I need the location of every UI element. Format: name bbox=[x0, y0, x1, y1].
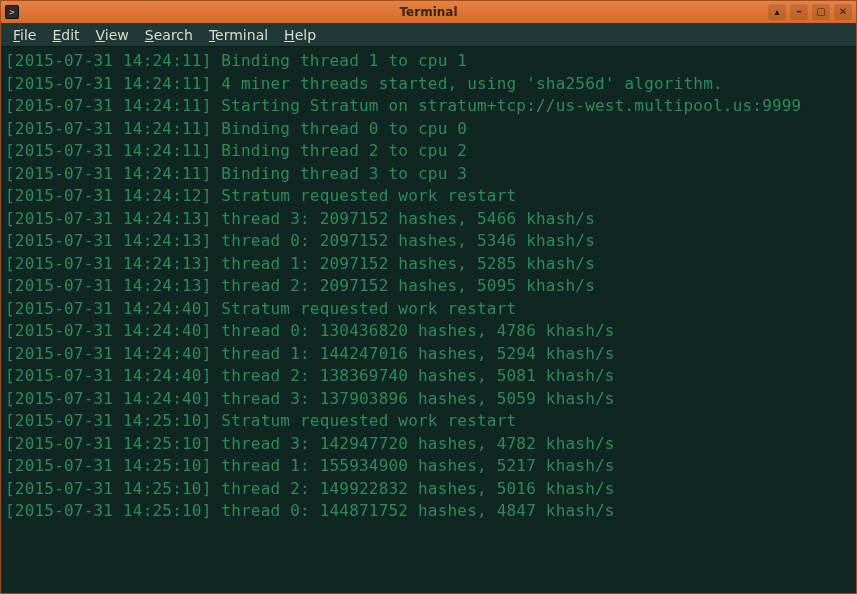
terminal-app-icon bbox=[5, 5, 19, 19]
terminal-output-area[interactable]: [2015-07-31 14:24:11] Binding thread 1 t… bbox=[1, 47, 856, 593]
menu-edit[interactable]: Edit bbox=[46, 25, 85, 45]
minimize-button[interactable]: – bbox=[790, 4, 808, 20]
maximize-button[interactable]: ▢ bbox=[812, 4, 830, 20]
window-title: Terminal bbox=[399, 5, 457, 19]
menu-terminal[interactable]: Terminal bbox=[203, 25, 274, 45]
menu-search[interactable]: Search bbox=[139, 25, 199, 45]
menu-help[interactable]: Help bbox=[278, 25, 322, 45]
menu-view[interactable]: View bbox=[90, 25, 135, 45]
close-button[interactable]: ✕ bbox=[834, 4, 852, 20]
window-controls: ▴ – ▢ ✕ bbox=[768, 4, 852, 20]
menubar: File Edit View Search Terminal Help bbox=[1, 23, 856, 47]
always-on-top-button[interactable]: ▴ bbox=[768, 4, 786, 20]
menu-file[interactable]: File bbox=[7, 25, 42, 45]
terminal-window: Terminal ▴ – ▢ ✕ File Edit View Search T… bbox=[0, 0, 857, 594]
titlebar[interactable]: Terminal ▴ – ▢ ✕ bbox=[1, 1, 856, 23]
terminal-log: [2015-07-31 14:24:11] Binding thread 1 t… bbox=[5, 50, 852, 523]
